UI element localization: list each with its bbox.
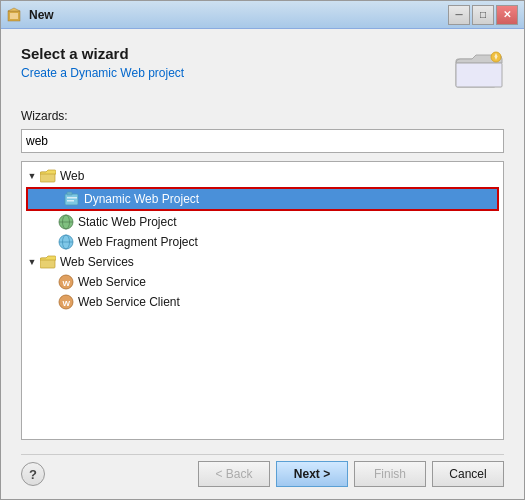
search-input[interactable] (21, 129, 504, 153)
wizard-tree[interactable]: ▼ Web ▶ (21, 161, 504, 440)
folder-icon (40, 168, 56, 184)
dynamic-web-project-icon (64, 191, 80, 207)
titlebar: New ─ □ ✕ (1, 1, 524, 29)
svg-rect-4 (456, 63, 502, 87)
tree-item-web-services-group[interactable]: ▼ Web Services (22, 252, 503, 272)
tree-label-dynamic-web-project: Dynamic Web Project (84, 192, 199, 206)
dialog-content: Select a wizard Create a Dynamic Web pro… (1, 29, 524, 499)
svg-rect-10 (67, 197, 77, 199)
svg-rect-9 (67, 192, 72, 195)
static-web-project-icon (58, 214, 74, 230)
tree-label-web-fragment-project: Web Fragment Project (78, 235, 198, 249)
web-services-folder-icon (40, 254, 56, 270)
tree-label-static-web-project: Static Web Project (78, 215, 176, 229)
web-service-icon: W (58, 274, 74, 290)
window-title: New (29, 8, 448, 22)
next-button[interactable]: Next > (276, 461, 348, 487)
tree-item-web-service[interactable]: ▶ W Web Service (22, 272, 503, 292)
tree-item-web-fragment-project[interactable]: ▶ Web Fragment Project (22, 232, 503, 252)
tree-label-web-service-client: Web Service Client (78, 295, 180, 309)
svg-text:W: W (63, 299, 71, 308)
expand-arrow-web: ▼ (26, 170, 38, 182)
footer-left: ? (21, 462, 192, 486)
new-wizard-window: New ─ □ ✕ Select a wizard Create a Dynam… (0, 0, 525, 500)
web-service-client-icon: W (58, 294, 74, 310)
minimize-button[interactable]: ─ (448, 5, 470, 25)
highlighted-item-wrapper: ▶ Dynamic Web Project (26, 187, 499, 211)
svg-rect-11 (67, 200, 74, 202)
window-controls: ─ □ ✕ (448, 5, 518, 25)
svg-rect-1 (10, 13, 18, 19)
tree-label-web-service: Web Service (78, 275, 146, 289)
tree-item-dynamic-web-project[interactable]: ▶ Dynamic Web Project (28, 189, 497, 209)
dialog-footer: ? < Back Next > Finish Cancel (21, 454, 504, 487)
tree-item-web-group[interactable]: ▼ Web (22, 166, 503, 186)
web-fragment-project-icon (58, 234, 74, 250)
tree-label-web: Web (60, 169, 84, 183)
svg-marker-2 (8, 8, 20, 11)
back-button[interactable]: < Back (198, 461, 270, 487)
dialog-header: Select a wizard Create a Dynamic Web pro… (21, 45, 504, 95)
finish-button[interactable]: Finish (354, 461, 426, 487)
dialog-subtitle: Create a Dynamic Web project (21, 66, 454, 80)
wizard-icon (454, 45, 504, 95)
svg-rect-8 (65, 194, 78, 205)
tree-item-static-web-project[interactable]: ▶ Static Web Project (22, 212, 503, 232)
close-button[interactable]: ✕ (496, 5, 518, 25)
expand-arrow-web-services: ▼ (26, 256, 38, 268)
svg-text:W: W (63, 279, 71, 288)
wizards-label: Wizards: (21, 109, 504, 123)
help-button[interactable]: ? (21, 462, 45, 486)
header-text: Select a wizard Create a Dynamic Web pro… (21, 45, 454, 80)
cancel-button[interactable]: Cancel (432, 461, 504, 487)
dialog-title: Select a wizard (21, 45, 454, 62)
tree-label-web-services: Web Services (60, 255, 134, 269)
tree-item-web-service-client[interactable]: ▶ W Web Service Client (22, 292, 503, 312)
maximize-button[interactable]: □ (472, 5, 494, 25)
window-icon (7, 7, 23, 23)
